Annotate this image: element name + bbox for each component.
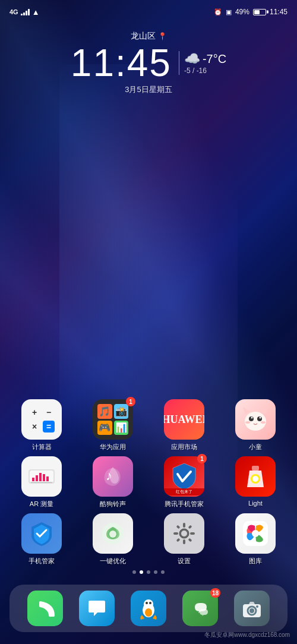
location-text: 龙山区 [131, 31, 156, 42]
onekey-label: 一键优化 [100, 557, 126, 566]
onekey-icon [93, 513, 133, 554]
battery-percent: 49% [235, 8, 249, 16]
svg-point-5 [251, 417, 253, 419]
tencent-badge: 1 [197, 454, 207, 463]
time-row: 11:45 ☁️ -7°C -5 / -16 [71, 44, 226, 82]
battery-icon [253, 9, 266, 15]
app-grid-area: + − × = 计算器 🎵 [0, 101, 297, 585]
kugou-icon: ♪ [93, 456, 133, 497]
svg-point-43 [249, 608, 254, 613]
app-rows: + − × = 计算器 🎵 [6, 399, 291, 566]
svg-rect-28 [173, 532, 178, 535]
kugou-label: 酷狗铃声 [100, 500, 126, 509]
dock-qq[interactable] [131, 591, 166, 626]
app-onekey[interactable]: 一键优化 [83, 513, 143, 566]
date-display: 3月5日星期五 [125, 84, 172, 95]
settings-icon [164, 513, 204, 554]
phone-manager-label: 手机管家 [29, 557, 55, 566]
xiaotong-label: 小童 [249, 443, 262, 452]
light-label: Light [248, 500, 263, 507]
wechat-badge: 18 [210, 588, 220, 598]
phone-dock-icon [27, 591, 63, 626]
svg-point-35 [252, 530, 259, 537]
message-dock-icon [79, 591, 115, 626]
network-type: 4G [10, 8, 18, 15]
svg-rect-19 [252, 466, 259, 471]
app-tencent-manager[interactable]: 红包来了 1 腾讯手机管家 [154, 456, 214, 509]
svg-rect-30 [176, 525, 180, 529]
appstore-icon: HUAWEI [164, 399, 204, 440]
huawei-apps-icon: 🎵 📸 🎮 📊 [93, 399, 133, 440]
time-weather-area: 龙山区 📍 11:45 ☁️ -7°C -5 / -16 3月5日星期五 [0, 21, 297, 101]
status-left: 4G ▲ [10, 8, 40, 17]
page-dot-2[interactable] [140, 570, 143, 574]
svg-point-44 [256, 605, 258, 608]
app-xiaotong[interactable]: 小童 [226, 399, 285, 452]
huawei-apps-label: 华为应用 [100, 443, 126, 452]
app-gallery[interactable]: 图库 [226, 513, 285, 566]
svg-rect-31 [188, 538, 192, 542]
svg-point-6 [260, 417, 261, 419]
svg-point-0 [245, 412, 266, 431]
page-dot-5[interactable] [161, 570, 165, 574]
alarm-icon: ⏰ [214, 8, 222, 16]
ar-label: AR 测量 [30, 500, 53, 509]
tencent-icon: 红包来了 [164, 456, 204, 497]
sim-icon: ▣ [226, 8, 232, 16]
app-huawei-apps[interactable]: 🎵 📸 🎮 📊 1 华为应用 [83, 399, 143, 452]
phone-manager-icon [21, 513, 62, 554]
gallery-label: 图库 [249, 557, 262, 566]
svg-point-38 [146, 602, 148, 604]
calculator-icon: + − × = [21, 399, 62, 440]
status-right: ⏰ ▣ 49% 11:45 [214, 8, 287, 16]
app-light[interactable]: Light [226, 456, 285, 507]
ar-icon [21, 456, 62, 497]
tencent-label: 腾讯手机管家 [165, 500, 204, 509]
dock-wechat[interactable]: 18 [182, 591, 218, 626]
svg-rect-33 [188, 525, 192, 529]
app-row-1: + − × = 计算器 🎵 [6, 399, 291, 452]
svg-rect-26 [183, 523, 185, 528]
page-dots [6, 566, 291, 579]
app-ar-measure[interactable]: AR 测量 [12, 456, 71, 509]
svg-rect-15 [46, 476, 49, 481]
app-row-3: 手机管家 [6, 513, 291, 566]
page-dot-3[interactable] [147, 570, 150, 574]
status-bar: 4G ▲ ⏰ ▣ 49% 11:45 [0, 0, 297, 21]
svg-point-8 [261, 421, 266, 424]
app-phone-manager[interactable]: 手机管家 [12, 513, 71, 566]
svg-rect-14 [43, 474, 45, 481]
svg-marker-1 [243, 407, 250, 414]
svg-rect-13 [39, 473, 42, 481]
app-calculator[interactable]: + − × = 计算器 [12, 399, 71, 452]
svg-point-7 [245, 421, 250, 424]
svg-point-23 [109, 531, 116, 538]
svg-rect-29 [190, 532, 195, 535]
dock-camera[interactable] [234, 591, 270, 626]
location-pin-icon: 📍 [158, 32, 167, 40]
qq-dock-icon [131, 591, 166, 626]
app-settings[interactable]: 设置 [154, 513, 214, 566]
xiaotong-icon [235, 399, 276, 440]
svg-point-39 [149, 602, 151, 604]
appstore-label: 应用市场 [171, 443, 197, 452]
app-kugou[interactable]: ♪ 酷狗铃声 [83, 456, 143, 509]
page-dot-4[interactable] [154, 570, 157, 574]
page-dot-1[interactable] [132, 570, 136, 574]
svg-point-37 [144, 599, 153, 609]
svg-point-40 [145, 608, 152, 617]
camera-dock-icon [234, 591, 270, 626]
svg-marker-2 [261, 407, 268, 414]
svg-text:♪: ♪ [106, 468, 112, 483]
location-row: 龙山区 📍 [131, 31, 167, 42]
dock-phone[interactable] [27, 591, 63, 626]
signal-bars [21, 8, 30, 15]
status-time: 11:45 [270, 8, 287, 16]
app-appstore[interactable]: HUAWEI 应用市场 [154, 399, 214, 452]
calculator-label: 计算器 [32, 443, 52, 452]
watermark: 冬瓜安卓网www.dgxcdz168.com [204, 631, 290, 639]
dock-message[interactable] [79, 591, 115, 626]
svg-rect-32 [176, 538, 180, 542]
gallery-icon [235, 513, 276, 554]
svg-point-21 [252, 476, 258, 482]
